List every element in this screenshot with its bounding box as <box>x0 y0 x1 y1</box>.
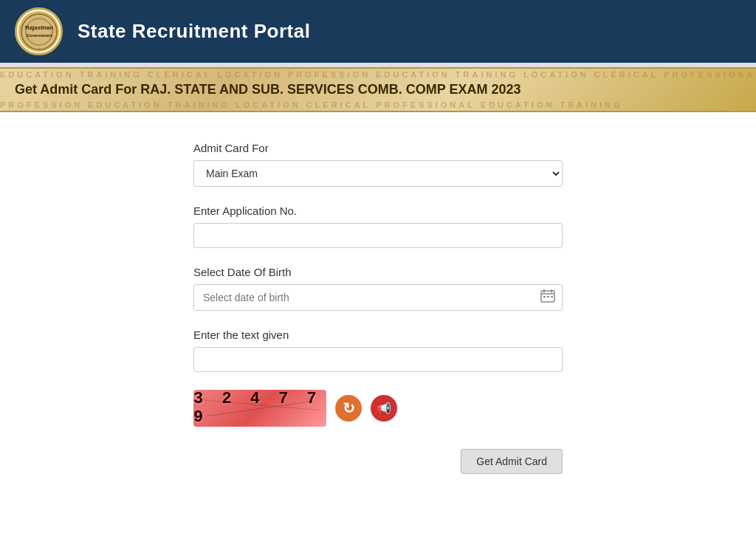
dob-input-wrapper <box>193 284 563 311</box>
svg-text:Rajasthan: Rajasthan <box>24 24 52 31</box>
application-no-label: Enter Application No. <box>193 204 563 217</box>
captcha-image: 3 2 4 7 7 9 <box>193 390 326 427</box>
logo: Rajasthan Government <box>15 7 63 55</box>
form-container: Admit Card For Main Exam Preliminary Exa… <box>193 142 563 511</box>
banner-text: Get Admit Card For RAJ. STATE AND SUB. S… <box>15 79 741 100</box>
svg-rect-8 <box>543 296 546 298</box>
svg-point-0 <box>21 14 57 49</box>
dob-label: Select Date Of Birth <box>193 266 563 278</box>
header: Rajasthan Government State Recruitment P… <box>0 0 756 63</box>
dob-group: Select Date Of Birth <box>193 266 563 311</box>
calendar-icon[interactable] <box>540 289 555 306</box>
captcha-input[interactable] <box>193 347 563 372</box>
site-title: State Recruitment Portal <box>78 20 310 43</box>
admit-card-group: Admit Card For Main Exam Preliminary Exa… <box>193 142 563 187</box>
speaker-button[interactable]: 📢 <box>371 395 397 422</box>
banner-strip: Get Admit Card For RAJ. STATE AND SUB. S… <box>0 67 756 112</box>
main-content: Admit Card For Main Exam Preliminary Exa… <box>0 112 756 533</box>
captcha-row: 3 2 4 7 7 9 ↻ 📢 <box>193 390 563 427</box>
captcha-characters: 3 2 4 7 7 9 <box>193 390 326 427</box>
speaker-icon: 📢 <box>377 402 391 416</box>
svg-rect-10 <box>551 296 553 298</box>
captcha-label: Enter the text given <box>193 329 563 341</box>
application-no-input[interactable] <box>193 223 563 248</box>
captcha-text-group: Enter the text given <box>193 329 563 372</box>
refresh-icon: ↻ <box>343 399 355 417</box>
svg-text:Government: Government <box>26 33 52 38</box>
admit-card-label: Admit Card For <box>193 142 563 154</box>
logo-inner: Rajasthan Government <box>18 11 59 52</box>
get-admit-card-button[interactable]: Get Admit Card <box>461 449 563 474</box>
refresh-captcha-button[interactable]: ↻ <box>335 395 362 422</box>
submit-row: Get Admit Card <box>193 449 563 474</box>
svg-rect-9 <box>547 296 549 298</box>
admit-card-select[interactable]: Main Exam Preliminary Exam <box>193 160 563 187</box>
dob-input[interactable] <box>193 284 563 311</box>
application-no-group: Enter Application No. <box>193 204 563 248</box>
